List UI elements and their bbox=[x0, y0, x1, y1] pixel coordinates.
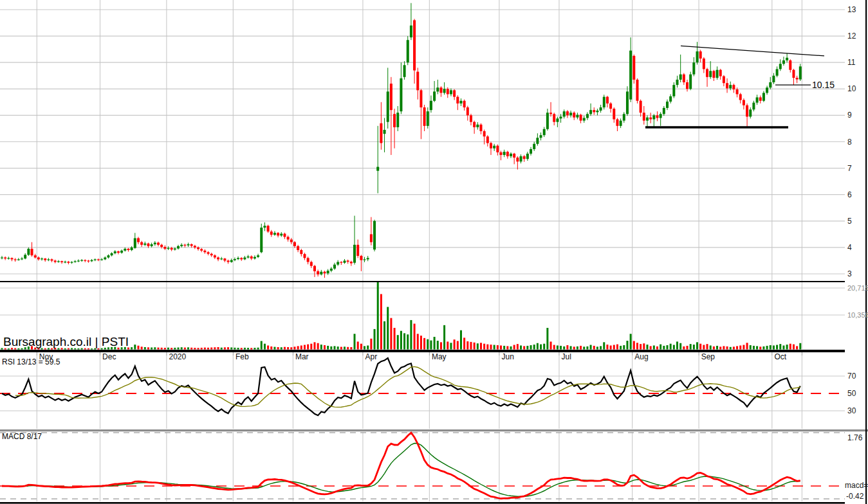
price-axis-label: 6 bbox=[847, 191, 852, 199]
date-axis-label: Nov bbox=[39, 353, 53, 361]
price-axis-label: 13 bbox=[847, 6, 856, 14]
price-axis-label: 7 bbox=[847, 165, 852, 172]
price-axis-label: 8 bbox=[847, 138, 852, 146]
date-axis-label: Aug bbox=[634, 353, 648, 361]
price-axis-label: 11 bbox=[847, 59, 855, 66]
macd-panel-label: MACD 8/17 bbox=[2, 432, 42, 441]
macd-zero-label: macd=0 bbox=[845, 482, 868, 489]
macd-max-label: 1.76 bbox=[847, 434, 862, 442]
date-axis-label: Sep bbox=[701, 353, 715, 361]
date-axis-label: Oct bbox=[774, 353, 786, 361]
date-axis-label: 2020 bbox=[169, 353, 187, 361]
macd-lines bbox=[2, 433, 800, 499]
date-axis-label: Mar bbox=[295, 353, 309, 361]
candlesticks bbox=[1, 3, 802, 278]
rsi-axis-label: 70 bbox=[847, 372, 856, 380]
date-axis-label: Jun bbox=[502, 353, 514, 361]
date-axis-label: Feb bbox=[235, 353, 249, 361]
date-axis-label: Jul bbox=[562, 353, 571, 361]
price-axis-label: 12 bbox=[847, 32, 856, 40]
price-axis-label: 9 bbox=[847, 111, 852, 119]
price-axis-label: 10 bbox=[847, 85, 856, 93]
watermark-title: Bursagraph.co.il | PSTI bbox=[3, 335, 129, 349]
volume-axis-label: 10,358 bbox=[847, 311, 868, 319]
price-axis-label: 4 bbox=[847, 244, 852, 251]
rsi-axis-label: 50 bbox=[847, 390, 856, 397]
price-axis-label: 5 bbox=[847, 217, 852, 225]
chart-canvas[interactable] bbox=[0, 0, 868, 504]
month-gridlines bbox=[37, 0, 802, 501]
stock-chart: Bursagraph.co.il | PSTI RSI 13/13 = 59.5… bbox=[0, 0, 868, 504]
rsi-lines bbox=[2, 358, 800, 415]
price-level-label: 10.15 bbox=[812, 80, 835, 90]
macd-min-label: -0.42 bbox=[846, 492, 863, 500]
date-axis-label: Dec bbox=[102, 353, 116, 361]
price-gridlines bbox=[0, 10, 845, 274]
rsi-axis-label: 30 bbox=[847, 407, 856, 415]
date-axis-label: Apr bbox=[365, 353, 378, 361]
volume-axis-label: 20,715 bbox=[847, 284, 868, 292]
date-axis-label: May bbox=[432, 353, 447, 361]
price-axis-label: 3 bbox=[847, 270, 852, 278]
